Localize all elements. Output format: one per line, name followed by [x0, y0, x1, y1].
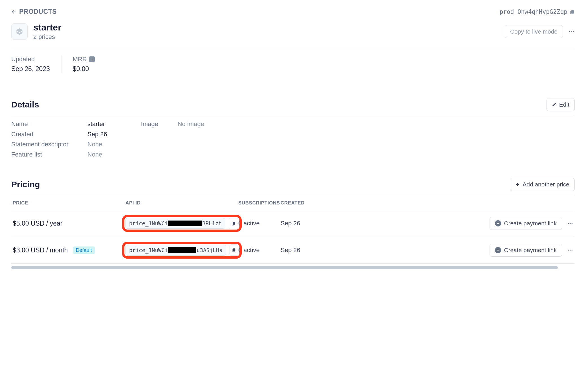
detail-name-value: starter	[87, 120, 105, 128]
pricing-row[interactable]: $3.00 USD / month Default price_1NuWCi u…	[11, 237, 575, 264]
breadcrumb-back[interactable]: PRODUCTS	[11, 8, 57, 16]
detail-feature-value: None	[87, 151, 102, 158]
svg-point-9	[570, 223, 571, 224]
svg-point-13	[570, 250, 571, 251]
clipboard-icon	[231, 221, 236, 226]
clipboard-icon	[232, 248, 236, 252]
clipboard-icon[interactable]	[570, 9, 575, 14]
more-actions-button[interactable]	[568, 28, 575, 35]
plus-icon	[515, 182, 520, 187]
svg-point-3	[571, 31, 572, 32]
copy-api-id-button[interactable]	[229, 218, 238, 229]
col-api-id: API ID	[125, 200, 238, 206]
detail-statement-value: None	[87, 141, 102, 148]
detail-image-label: Image	[141, 120, 166, 128]
updated-label: Updated	[11, 56, 50, 63]
col-subscriptions: SUBSCRIPTIONS	[238, 200, 281, 206]
circle-plus-icon: ＋	[495, 247, 501, 253]
page-title: starter	[33, 22, 61, 33]
create-payment-link-button[interactable]: ＋ Create payment link	[490, 244, 562, 257]
row-more-button[interactable]	[567, 247, 573, 253]
price-value: $5.00 USD / year	[13, 220, 62, 227]
updated-value: Sep 26, 2023	[11, 65, 50, 73]
api-id-code[interactable]: price_1NuWCi u3ASjLHs	[125, 245, 226, 256]
detail-statement-label: Statement descriptor	[11, 141, 76, 148]
subscriptions-value: 0 active	[238, 246, 281, 254]
detail-created-label: Created	[11, 131, 76, 138]
redacted-segment	[168, 247, 196, 253]
pricing-row[interactable]: $5.00 USD / year price_1NuWCi BRL1zt 0 a…	[11, 210, 575, 237]
page-subtitle: 2 prices	[33, 33, 61, 41]
api-id-code[interactable]: price_1NuWCi BRL1zt	[125, 218, 225, 229]
col-price: PRICE	[13, 200, 125, 206]
pricing-section-title: Pricing	[11, 180, 40, 189]
col-created: CREATED	[281, 200, 312, 206]
add-another-price-button[interactable]: Add another price	[510, 178, 575, 191]
product-icon	[11, 23, 28, 40]
row-created-value: Sep 26	[281, 246, 312, 254]
dots-horizontal-icon	[567, 220, 573, 226]
svg-point-8	[568, 223, 569, 224]
horizontal-scrollbar[interactable]	[11, 266, 575, 269]
product-id-display: prod_Ohw4qhHvpG2Zqp	[500, 8, 575, 15]
row-created-value: Sep 26	[281, 220, 312, 227]
detail-name-label: Name	[11, 120, 76, 128]
row-more-button[interactable]	[567, 220, 573, 226]
info-icon[interactable]: i	[89, 56, 95, 62]
subscriptions-value: 0 active	[238, 220, 281, 227]
svg-rect-7	[233, 222, 235, 225]
copy-api-id-button[interactable]	[230, 245, 238, 256]
circle-plus-icon: ＋	[495, 220, 501, 226]
scrollbar-thumb[interactable]	[11, 266, 558, 269]
arrow-left-icon	[11, 9, 16, 14]
default-badge: Default	[73, 246, 95, 254]
detail-feature-label: Feature list	[11, 151, 76, 158]
svg-point-10	[572, 223, 573, 224]
mrr-label: MRR	[73, 56, 87, 63]
edit-button[interactable]: Edit	[547, 98, 575, 111]
details-section-title: Details	[11, 100, 39, 109]
copy-to-live-button[interactable]: Copy to live mode	[505, 25, 563, 38]
price-value: $3.00 USD / month	[13, 246, 68, 254]
dots-horizontal-icon	[568, 28, 575, 35]
create-payment-link-button[interactable]: ＋ Create payment link	[490, 217, 562, 230]
svg-point-14	[572, 250, 573, 251]
svg-point-2	[569, 31, 570, 32]
pencil-icon	[552, 102, 556, 107]
svg-rect-1	[571, 10, 574, 14]
svg-point-4	[573, 31, 574, 32]
breadcrumb-label: PRODUCTS	[19, 8, 57, 16]
product-id-text: prod_Ohw4qhHvpG2Zqp	[500, 8, 567, 15]
mrr-value: $0.00	[73, 65, 95, 73]
svg-point-12	[568, 250, 569, 251]
redacted-segment	[168, 221, 202, 226]
dots-horizontal-icon	[567, 247, 573, 253]
detail-created-value: Sep 26	[87, 131, 107, 138]
svg-rect-11	[233, 248, 235, 252]
detail-image-value: No image	[178, 120, 204, 128]
